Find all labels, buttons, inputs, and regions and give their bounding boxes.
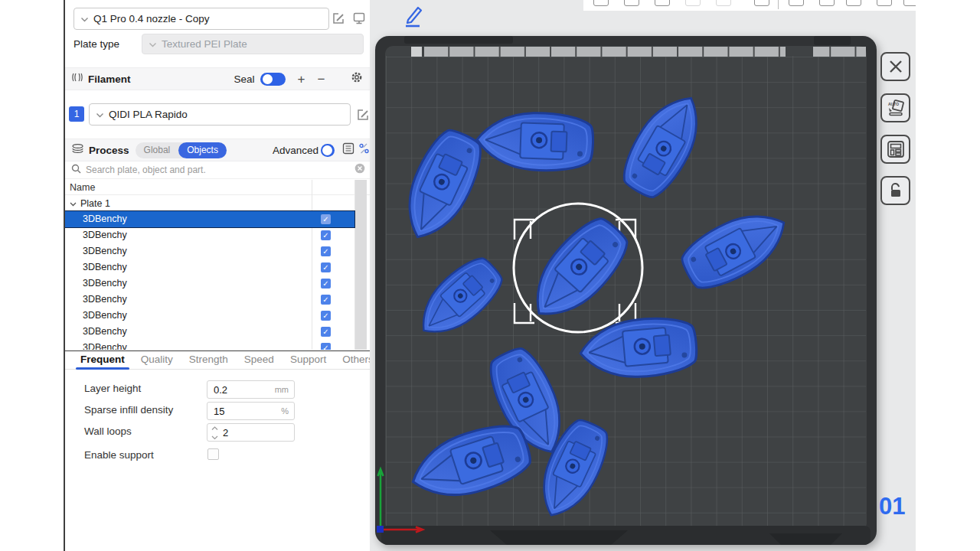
edit-pencil-tool[interactable]	[401, 3, 424, 31]
setting-layer-height: Layer height mm	[84, 380, 368, 399]
scope-global-option[interactable]: Global	[136, 142, 179, 158]
process-scope-toggle: Global Objects	[136, 142, 227, 158]
clear-search-icon[interactable]	[354, 163, 365, 177]
tree-plate-row[interactable]: Plate 1	[65, 195, 370, 211]
process-structure-icon[interactable]	[358, 142, 370, 158]
toggle-knob	[263, 74, 273, 84]
search-bar	[65, 161, 370, 179]
tree-object-row[interactable]: 3DBenchy✓	[65, 211, 354, 227]
viewport-3d[interactable]: ..:	[370, 0, 916, 551]
layer-height-input[interactable]	[214, 382, 267, 397]
filament-name: QIDI PLA Rapido	[109, 109, 188, 120]
toolbar-icon-partial	[716, 0, 731, 6]
tree-object-row[interactable]: 3DBenchy✓	[65, 276, 354, 292]
visibility-checkbox[interactable]: ✓	[321, 343, 331, 350]
wall-loops-input[interactable]	[223, 425, 276, 440]
plate-type-value: Textured PEI Plate	[162, 38, 247, 50]
unit-label: mm	[275, 385, 289, 394]
unlock-icon	[887, 182, 904, 199]
filament-section-title: Filament	[88, 73, 131, 85]
chevron-down-icon	[96, 109, 104, 120]
seal-toggle[interactable]	[260, 73, 286, 86]
visibility-checkbox[interactable]: ✓	[321, 279, 331, 289]
scope-objects-option[interactable]: Objects	[178, 142, 227, 158]
delete-plate-button[interactable]	[880, 52, 910, 81]
plate-type-dropdown[interactable]: Textured PEI Plate	[142, 34, 364, 54]
tree-object-row[interactable]: 3DBenchy✓	[65, 243, 354, 259]
tree-object-row[interactable]: 3DBenchy✓	[65, 259, 354, 276]
slicer-app: Q1 Pro 0.4 nozzle - Copy Plate type Text…	[0, 0, 980, 551]
chevron-down-icon	[80, 13, 89, 24]
visibility-checkbox[interactable]: ✓	[321, 327, 331, 337]
svg-text:AUTO: AUTO	[888, 102, 899, 106]
tab-quality[interactable]: Quality	[141, 350, 173, 370]
toolbar-icon-partial	[624, 0, 639, 6]
filament-dropdown[interactable]: QIDI PLA Rapido	[89, 103, 351, 126]
top-toolbar-partial: ..:	[583, 0, 930, 11]
filament-settings-gear-icon[interactable]	[351, 71, 363, 86]
enable-support-checkbox[interactable]	[207, 448, 219, 460]
infill-density-input[interactable]	[214, 403, 267, 419]
toolbar-icon-partial	[685, 0, 701, 6]
plate-row-label: Plate 1	[80, 198, 110, 209]
edit-filament-button[interactable]	[357, 109, 370, 125]
build-plate[interactable]	[375, 36, 877, 545]
toolbar-icon-partial	[655, 0, 670, 6]
layout-icon	[887, 140, 905, 158]
process-list-view-icon[interactable]	[342, 142, 354, 158]
advanced-label: Advanced	[273, 145, 318, 156]
process-section-title: Process	[89, 145, 129, 156]
add-filament-button[interactable]: +	[298, 73, 305, 86]
search-input[interactable]	[86, 165, 354, 175]
visibility-checkbox[interactable]: ✓	[321, 311, 331, 321]
visibility-checkbox[interactable]: ✓	[321, 295, 331, 305]
filament-slot-badge[interactable]: 1	[69, 106, 84, 122]
setting-wall-loops: Wall loops	[84, 423, 368, 442]
tree-scrollbar[interactable]	[355, 180, 367, 350]
infill-density-field: %	[207, 402, 295, 420]
toolbar-icon-partial	[819, 0, 835, 6]
visibility-checkbox[interactable]: ✓	[321, 230, 331, 240]
remove-filament-button[interactable]: −	[317, 73, 325, 86]
tab-support[interactable]: Support	[290, 350, 326, 370]
filament-icon	[71, 72, 83, 86]
left-panel: Q1 Pro 0.4 nozzle - Copy Plate type Text…	[0, 0, 370, 551]
plate-number-label[interactable]: 01	[879, 493, 905, 520]
close-icon	[887, 58, 904, 75]
tree-object-row[interactable]: 3DBenchy✓	[65, 227, 354, 243]
edit-printer-button[interactable]	[332, 12, 345, 28]
process-tabbar: Frequent Quality Strength Speed Support …	[65, 350, 370, 370]
toolbar-icon-partial	[789, 0, 804, 6]
auto-arrange-icon: AUTO	[887, 99, 905, 117]
auto-arrange-button[interactable]: AUTO	[880, 93, 910, 122]
setting-infill-density: Sparse infill density %	[84, 402, 368, 420]
collapse-chevron-icon[interactable]	[70, 198, 77, 209]
process-layers-icon	[71, 143, 84, 157]
toolbar-divider	[778, 0, 779, 9]
search-icon	[71, 163, 81, 177]
lock-plate-button[interactable]	[880, 176, 910, 205]
filament-slot-row: 1 QIDI PLA Rapido	[65, 99, 370, 130]
tree-object-row[interactable]: 3DBenchy✓	[65, 308, 354, 324]
visibility-checkbox[interactable]: ✓	[321, 246, 331, 256]
tree-object-row[interactable]: 3DBenchy✓	[65, 292, 354, 308]
tree-object-row[interactable]: 3DBenchy✓	[65, 324, 354, 340]
tab-frequent[interactable]: Frequent	[80, 350, 125, 370]
tree-object-row[interactable]: 3DBenchy✓	[65, 340, 354, 350]
plate-layout-button[interactable]	[880, 135, 910, 164]
tab-strength[interactable]: Strength	[189, 350, 228, 370]
printer-monitor-button[interactable]	[352, 11, 366, 28]
visibility-checkbox[interactable]: ✓	[321, 214, 331, 224]
filament-section-header: Filament Seal + −	[65, 67, 370, 90]
process-section-header: Process Global Objects Advanced	[65, 139, 370, 161]
visibility-checkbox[interactable]: ✓	[321, 262, 331, 272]
plate-handle	[769, 533, 842, 545]
chevron-down-icon	[149, 38, 157, 50]
printer-dropdown[interactable]: Q1 Pro 0.4 nozzle - Copy	[74, 8, 329, 30]
tab-others[interactable]: Others	[342, 350, 374, 370]
object-tree: Name Plate 1 3DBenchy✓3DBenchy✓3DBenchy✓…	[65, 180, 370, 350]
tab-speed[interactable]: Speed	[244, 350, 274, 370]
setting-enable-support: Enable support	[84, 447, 368, 465]
advanced-toggle[interactable]	[321, 144, 335, 157]
wall-loops-stepper[interactable]	[211, 426, 219, 440]
